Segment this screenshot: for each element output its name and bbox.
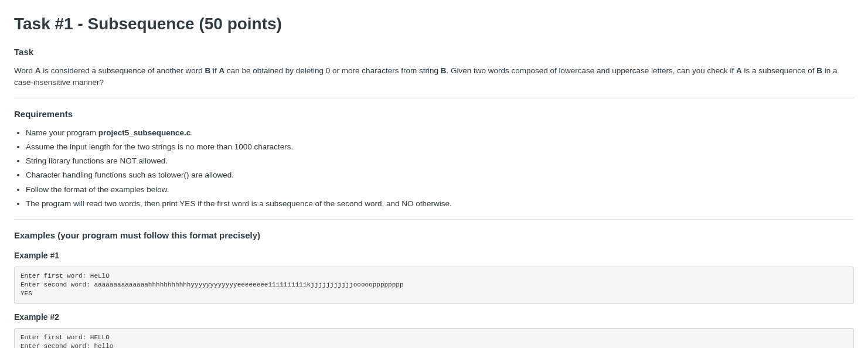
text-fragment: Character handling functions such as tol… <box>26 170 234 179</box>
examples-heading: Examples (your program must follow this … <box>14 229 854 243</box>
task-description: Word A is considered a subsequence of an… <box>14 65 854 89</box>
list-item: Character handling functions such as tol… <box>26 169 854 181</box>
text-fragment: Word <box>14 66 35 75</box>
text-fragment: Assume the input length for the two stri… <box>26 142 293 151</box>
page-title: Task #1 - Subsequence (50 points) <box>14 12 854 36</box>
example-label: Example #2 <box>14 311 854 323</box>
text-fragment: if <box>210 66 219 75</box>
list-item: Assume the input length for the two stri… <box>26 141 854 153</box>
divider <box>14 98 854 98</box>
text-fragment: Follow the format of the examples below. <box>26 185 169 194</box>
example-label: Example #1 <box>14 250 854 262</box>
requirements-list: Name your program project5_subsequence.c… <box>14 127 854 210</box>
example-output: Enter first word: HeLlO Enter second wor… <box>14 267 854 304</box>
text-fragment: . Given two words composed of lowercase … <box>446 66 736 75</box>
bold-a-1: A <box>35 66 41 75</box>
list-item: String library functions are NOT allowed… <box>26 155 854 167</box>
text-fragment: can be obtained by deleting 0 or more ch… <box>224 66 440 75</box>
bold-a-2: A <box>219 66 224 75</box>
text-fragment: is considered a subsequence of another w… <box>41 66 205 75</box>
requirements-heading: Requirements <box>14 108 854 121</box>
text-fragment: String library functions are NOT allowed… <box>26 156 168 165</box>
list-item: The program will read two words, then pr… <box>26 198 854 210</box>
bold-filename: project5_subsequence.c <box>98 128 191 137</box>
bold-a-3: A <box>736 66 742 75</box>
example-output: Enter first word: HELLO Enter second wor… <box>14 328 854 348</box>
text-fragment: . <box>190 128 193 137</box>
list-item: Name your program project5_subsequence.c… <box>26 127 854 139</box>
text-fragment: The program will read two words, then pr… <box>26 199 452 208</box>
text-fragment: Name your program <box>26 128 98 137</box>
divider <box>14 219 854 220</box>
list-item: Follow the format of the examples below. <box>26 184 854 196</box>
bold-b-3: B <box>816 66 822 75</box>
task-heading: Task <box>14 46 854 59</box>
text-fragment: is a subsequence of <box>742 66 817 75</box>
bold-b-2: B <box>441 66 447 75</box>
bold-b-1: B <box>205 66 210 75</box>
